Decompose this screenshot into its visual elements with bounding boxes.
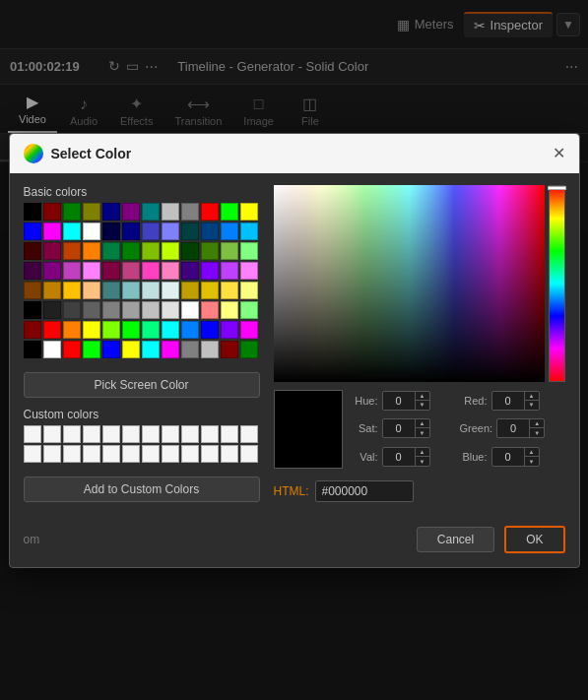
basic-color-cell[interactable] xyxy=(43,321,61,339)
basic-color-cell[interactable] xyxy=(181,242,199,260)
basic-color-cell[interactable] xyxy=(162,262,179,280)
basic-color-cell[interactable] xyxy=(102,301,120,319)
basic-color-cell[interactable] xyxy=(162,321,179,339)
basic-color-cell[interactable] xyxy=(24,321,41,339)
green-input[interactable]: ▲ ▼ xyxy=(496,418,545,438)
basic-color-cell[interactable] xyxy=(201,242,219,260)
blue-down[interactable]: ▼ xyxy=(525,457,539,466)
basic-color-cell[interactable] xyxy=(240,341,258,358)
basic-color-cell[interactable] xyxy=(63,321,81,339)
basic-color-cell[interactable] xyxy=(181,203,199,221)
basic-color-cell[interactable] xyxy=(221,242,238,260)
custom-color-cell[interactable] xyxy=(162,425,179,443)
basic-color-cell[interactable] xyxy=(162,282,179,299)
basic-color-cell[interactable] xyxy=(181,341,199,358)
basic-color-cell[interactable] xyxy=(181,223,199,240)
custom-color-cell[interactable] xyxy=(122,445,140,463)
basic-color-cell[interactable] xyxy=(83,223,100,240)
basic-color-cell[interactable] xyxy=(162,242,179,260)
custom-color-cell[interactable] xyxy=(102,425,120,443)
hue-down[interactable]: ▼ xyxy=(416,401,429,410)
basic-color-cell[interactable] xyxy=(24,301,41,319)
basic-color-cell[interactable] xyxy=(102,262,120,280)
basic-color-cell[interactable] xyxy=(83,262,100,280)
basic-color-cell[interactable] xyxy=(240,301,258,319)
basic-color-cell[interactable] xyxy=(102,203,120,221)
custom-color-cell[interactable] xyxy=(221,425,238,443)
basic-color-cell[interactable] xyxy=(142,341,160,358)
hue-up[interactable]: ▲ xyxy=(416,392,429,401)
basic-color-cell[interactable] xyxy=(240,282,258,299)
basic-color-cell[interactable] xyxy=(43,282,61,299)
basic-color-cell[interactable] xyxy=(201,321,219,339)
red-down[interactable]: ▼ xyxy=(525,401,539,410)
val-input[interactable]: ▲ ▼ xyxy=(382,447,430,467)
basic-color-cell[interactable] xyxy=(240,262,258,280)
basic-color-cell[interactable] xyxy=(24,282,41,299)
basic-color-cell[interactable] xyxy=(63,341,81,358)
basic-color-cell[interactable] xyxy=(181,262,199,280)
basic-color-cell[interactable] xyxy=(221,341,238,358)
basic-color-cell[interactable] xyxy=(43,301,61,319)
custom-color-cell[interactable] xyxy=(240,425,258,443)
basic-color-cell[interactable] xyxy=(63,262,81,280)
val-down[interactable]: ▼ xyxy=(416,457,429,466)
custom-color-cell[interactable] xyxy=(24,425,41,443)
red-value[interactable] xyxy=(492,395,524,407)
basic-color-cell[interactable] xyxy=(201,262,219,280)
basic-color-cell[interactable] xyxy=(221,223,238,240)
custom-color-cell[interactable] xyxy=(221,445,238,463)
basic-color-cell[interactable] xyxy=(142,321,160,339)
color-spectrum[interactable] xyxy=(549,185,565,382)
custom-color-cell[interactable] xyxy=(43,425,61,443)
pick-screen-button[interactable]: Pick Screen Color xyxy=(24,372,260,398)
basic-color-cell[interactable] xyxy=(83,242,100,260)
basic-color-cell[interactable] xyxy=(240,223,258,240)
sat-value[interactable] xyxy=(383,422,415,434)
basic-color-cell[interactable] xyxy=(162,223,179,240)
basic-color-cell[interactable] xyxy=(240,321,258,339)
custom-color-cell[interactable] xyxy=(43,445,61,463)
basic-color-cell[interactable] xyxy=(162,341,179,358)
basic-color-cell[interactable] xyxy=(63,203,81,221)
basic-color-cell[interactable] xyxy=(63,242,81,260)
basic-color-cell[interactable] xyxy=(24,223,41,240)
basic-color-cell[interactable] xyxy=(221,321,238,339)
basic-color-cell[interactable] xyxy=(83,341,100,358)
basic-color-cell[interactable] xyxy=(162,301,179,319)
basic-color-cell[interactable] xyxy=(63,301,81,319)
val-value[interactable] xyxy=(383,451,415,463)
custom-color-cell[interactable] xyxy=(83,445,100,463)
basic-color-cell[interactable] xyxy=(181,321,199,339)
basic-color-cell[interactable] xyxy=(201,301,219,319)
basic-color-cell[interactable] xyxy=(43,262,61,280)
blue-up[interactable]: ▲ xyxy=(525,448,539,457)
basic-color-cell[interactable] xyxy=(221,282,238,299)
basic-color-cell[interactable] xyxy=(181,282,199,299)
basic-color-cell[interactable] xyxy=(24,341,41,358)
basic-color-cell[interactable] xyxy=(83,301,100,319)
red-up[interactable]: ▲ xyxy=(525,392,539,401)
basic-color-cell[interactable] xyxy=(142,223,160,240)
hue-value[interactable] xyxy=(383,395,415,407)
basic-color-cell[interactable] xyxy=(83,282,100,299)
basic-color-cell[interactable] xyxy=(142,203,160,221)
basic-color-cell[interactable] xyxy=(83,203,100,221)
basic-color-cell[interactable] xyxy=(63,223,81,240)
html-input[interactable] xyxy=(315,480,414,502)
basic-color-cell[interactable] xyxy=(221,262,238,280)
basic-color-cell[interactable] xyxy=(122,321,140,339)
basic-color-cell[interactable] xyxy=(201,223,219,240)
sat-input[interactable]: ▲ ▼ xyxy=(382,418,430,438)
basic-color-cell[interactable] xyxy=(122,341,140,358)
basic-color-cell[interactable] xyxy=(102,242,120,260)
custom-color-cell[interactable] xyxy=(102,445,120,463)
basic-color-cell[interactable] xyxy=(122,203,140,221)
custom-color-cell[interactable] xyxy=(162,445,179,463)
color-gradient[interactable] xyxy=(274,185,545,382)
blue-value[interactable] xyxy=(492,451,524,463)
basic-color-cell[interactable] xyxy=(201,203,219,221)
basic-color-cell[interactable] xyxy=(102,341,120,358)
basic-color-cell[interactable] xyxy=(63,282,81,299)
basic-color-cell[interactable] xyxy=(102,321,120,339)
